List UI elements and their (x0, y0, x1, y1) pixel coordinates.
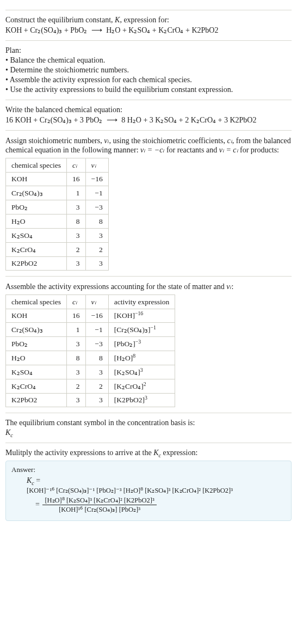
activity-nu: νᵢ (226, 283, 231, 291)
kc-k: K (27, 476, 32, 484)
cell-species: KOH (6, 173, 67, 186)
th-species: chemical species (6, 158, 67, 173)
table-row: K2PbO233 (6, 257, 109, 271)
activity-heading-a: Assemble the activity expressions accoun… (5, 283, 226, 291)
cell-ci: 2 (67, 243, 86, 257)
th-ci: cᵢ (67, 158, 86, 173)
answer-box: Answer: Kc = [KOH]⁻¹⁶ [Cr₂(SO₄)₃]⁻¹ [PbO… (5, 461, 292, 521)
act-base: [KOH] (114, 311, 135, 320)
stoich-rel1: νᵢ = −cᵢ (140, 146, 164, 154)
cell-species: Cr₂(SO₄)₃ (6, 186, 67, 200)
table-row: PbO₂3−3[PbO₂]−3 (6, 337, 175, 351)
stoich-table: chemical species cᵢ νᵢ KOH16−16 Cr₂(SO₄)… (5, 158, 109, 271)
table-row: K₂SO₄33 (6, 229, 109, 243)
cell-nui: 3 (85, 229, 108, 243)
plan-b2: • Determine the stoichiometric numbers. (5, 66, 292, 75)
symbol-section: The equilibrium constant symbol in the c… (5, 413, 292, 437)
cell-species: K2PbO2 (6, 257, 67, 271)
balanced-equation: 16 KOH + Cr₂(SO₄)₃ + 3 PbO₂ ⟶ 8 H₂O + 3 … (5, 115, 292, 125)
eq2: = (35, 500, 41, 508)
cell-nui: −16 (85, 173, 108, 186)
final-kc: Kc (153, 449, 161, 457)
th-nui: νᵢ (85, 158, 108, 173)
cell-ci: 3 (67, 229, 86, 243)
cell-species: K2PbO2 (6, 394, 67, 407)
stoich-d: for reactants and (164, 146, 219, 154)
cell-nui: 3 (85, 394, 108, 407)
cell-species: KOH (6, 309, 67, 323)
cell-ci: 16 (67, 309, 86, 323)
cell-species: K₂SO₄ (6, 229, 67, 243)
act-base: [H₂O] (114, 354, 133, 362)
cell-activity: [K₂CrO₄]2 (108, 379, 175, 394)
plan-b1: • Balance the chemical equation. (5, 56, 292, 65)
table-header-row: chemical species cᵢ νᵢ (6, 158, 109, 173)
cell-nui: 8 (85, 351, 108, 365)
cell-nui: 3 (85, 257, 108, 271)
act-exp: −16 (135, 310, 143, 316)
table-row: KOH16−16 (6, 173, 109, 186)
cell-species: H₂O (6, 214, 67, 229)
symbol-text: The equilibrium constant symbol in the c… (5, 419, 292, 427)
cell-nui: 3 (85, 365, 108, 379)
intro-section: Construct the equilibrium constant, K, e… (5, 10, 292, 35)
activity-table: chemical species cᵢ νᵢ activity expressi… (5, 295, 175, 407)
intro-eq-lhs: KOH + Cr₂(SO₄)₃ + PbO₂ (5, 26, 87, 34)
cell-nui: 2 (85, 379, 108, 394)
th-ci: cᵢ (67, 295, 86, 309)
act-exp: 8 (133, 353, 135, 359)
cell-ci: 1 (67, 186, 86, 200)
act-base: [K₂SO₄] (114, 368, 140, 376)
cell-ci: 3 (67, 337, 86, 351)
stoich-e: for products: (238, 146, 279, 154)
cell-activity: [K2PbO2]3 (108, 394, 175, 407)
cell-activity: [Cr₂(SO₄)₃]−1 (108, 323, 175, 337)
balanced-lhs: 16 KOH + Cr₂(SO₄)₃ + 3 PbO₂ (5, 116, 102, 124)
table-row: K₂CrO₄22[K₂CrO₄]2 (6, 379, 175, 394)
balanced-heading: Write the balanced chemical equation: (5, 106, 292, 114)
answer-line2: [KOH]⁻¹⁶ [Cr₂(SO₄)₃]⁻¹ [PbO₂]⁻³ [H₂O]⁸ [… (11, 486, 286, 495)
th-species: chemical species (6, 295, 67, 309)
cell-ci: 3 (67, 365, 86, 379)
cell-species: K₂CrO₄ (6, 379, 67, 394)
cell-species: PbO₂ (6, 200, 67, 214)
stoich-c: cᵢ (227, 137, 232, 145)
cell-activity: [K₂SO₄]3 (108, 365, 175, 379)
plan-section: Plan: • Balance the chemical equation. •… (5, 40, 292, 94)
table-row: Cr₂(SO₄)₃1−1 (6, 186, 109, 200)
final-heading: Mulitply the activity expressions to arr… (5, 449, 292, 457)
stoich-a: Assign stoichiometric numbers, (5, 137, 104, 145)
intro-line1: Construct the equilibrium constant, K, e… (5, 16, 292, 24)
act-base: [Cr₂(SO₄)₃] (114, 326, 151, 334)
cell-nui: −1 (85, 323, 108, 337)
act-base: [K2PbO2] (114, 396, 145, 404)
cell-ci: 3 (67, 394, 86, 407)
frac-num: [H₂O]⁸ [K₂SO₄]³ [K₂CrO₄]² [K2PbO2]³ (42, 496, 156, 505)
table-row: K₂CrO₄22 (6, 243, 109, 257)
table-row: KOH16−16[KOH]−16 (6, 309, 175, 323)
cell-species: K₂CrO₄ (6, 243, 67, 257)
cell-nui: 8 (85, 214, 108, 229)
plan-heading: Plan: (5, 46, 292, 55)
act-base: [PbO₂] (114, 340, 135, 348)
cell-species: H₂O (6, 351, 67, 365)
cell-activity: [H₂O]8 (108, 351, 175, 365)
activity-section: Assemble the activity expressions accoun… (5, 276, 292, 407)
frac-den: [KOH]¹⁶ [Cr₂(SO₄)₃] [PbO₂]³ (42, 505, 156, 514)
cell-ci: 8 (67, 351, 86, 365)
intro-text-b: , expression for: (120, 16, 169, 24)
final-heading-a: Mulitply the activity expressions to arr… (5, 449, 153, 457)
stoich-section: Assign stoichiometric numbers, νᵢ, using… (5, 130, 292, 271)
stoich-rel2: νᵢ = cᵢ (219, 146, 238, 154)
intro-equation: KOH + Cr₂(SO₄)₃ + PbO₂ ⟶ H₂O + K₂SO₄ + K… (5, 26, 292, 35)
final-heading-b: expression: (161, 449, 197, 457)
act-base: [K₂CrO₄] (114, 382, 144, 390)
cell-nui: −3 (85, 337, 108, 351)
balanced-section: Write the balanced chemical equation: 16… (5, 100, 292, 125)
answer-label: Answer: (11, 465, 286, 474)
table-header-row: chemical species cᵢ νᵢ activity expressi… (6, 295, 175, 309)
table-row: PbO₂3−3 (6, 200, 109, 214)
activity-heading: Assemble the activity expressions accoun… (5, 282, 292, 291)
fraction: [H₂O]⁸ [K₂SO₄]³ [K₂CrO₄]² [K2PbO2]³ [KOH… (42, 496, 156, 514)
th-activity: activity expression (108, 295, 175, 309)
